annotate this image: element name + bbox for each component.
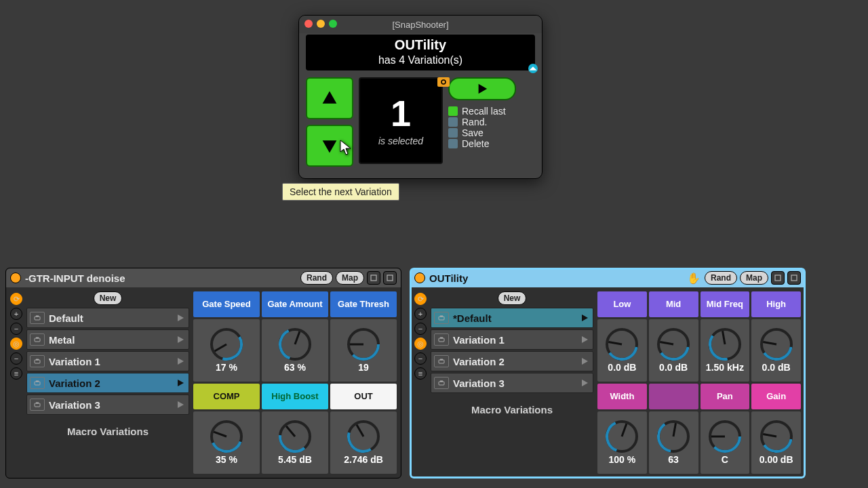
option-row-rand-[interactable]: Rand. (448, 117, 516, 127)
variation-row[interactable]: Variation 1 (26, 351, 189, 371)
recall-variation-icon[interactable] (579, 379, 590, 387)
camera-icon[interactable] (434, 355, 449, 367)
option-row-save[interactable]: Save (448, 127, 516, 138)
prev-variation-button[interactable] (306, 77, 353, 119)
macro-header[interactable]: OUT (330, 384, 397, 409)
option-checkbox[interactable] (448, 106, 458, 116)
window-titlebar[interactable]: [SnapShooter] (299, 16, 542, 33)
window-minimize-icon[interactable] (317, 20, 325, 28)
remove-icon[interactable]: − (10, 323, 22, 335)
camera-icon[interactable] (434, 377, 449, 389)
macro-knob[interactable] (279, 420, 311, 453)
device-activator-icon[interactable] (10, 272, 21, 283)
macro-knob[interactable] (279, 328, 311, 361)
next-variation-button[interactable] (306, 125, 353, 167)
macro-knob[interactable] (709, 328, 741, 361)
add-icon[interactable]: + (414, 308, 427, 320)
hot-swap-icon[interactable]: ◎ (10, 338, 22, 350)
macro-knob[interactable] (210, 420, 243, 453)
macro-header[interactable]: Width (597, 384, 647, 409)
macro-knob[interactable] (760, 328, 793, 361)
macro-knob[interactable] (709, 420, 741, 453)
undo-icon[interactable]: ⟳ (10, 293, 22, 305)
variation-row[interactable]: Variation 1 (431, 329, 593, 350)
camera-icon[interactable] (30, 377, 45, 389)
recall-variation-icon[interactable] (579, 357, 590, 365)
recall-play-button[interactable] (448, 77, 516, 100)
camera-icon[interactable] (434, 312, 449, 324)
remove-icon[interactable]: − (414, 323, 427, 335)
recall-variation-icon[interactable] (175, 357, 186, 365)
variation-row[interactable]: Variation 2 (431, 351, 593, 371)
rand-chip-button[interactable]: Rand (705, 271, 737, 285)
window-zoom-icon[interactable] (329, 20, 337, 28)
camera-icon[interactable] (30, 355, 45, 367)
save-icon[interactable] (787, 271, 801, 285)
option-row-recall-last[interactable]: Recall last (448, 106, 516, 117)
device-titlebar[interactable]: -GTR-INPUT denoiseRandMap (6, 268, 401, 287)
variation-row[interactable]: *Default (431, 308, 593, 328)
macro-knob[interactable] (657, 328, 690, 361)
refresh-icon[interactable] (771, 271, 785, 285)
camera-icon[interactable] (434, 333, 449, 346)
macro-knob[interactable] (760, 420, 793, 453)
macro-knob[interactable] (606, 420, 638, 453)
minus-icon[interactable]: − (10, 352, 22, 365)
option-checkbox[interactable] (448, 139, 458, 148)
macro-knob[interactable] (606, 328, 638, 361)
device-activator-icon[interactable] (414, 272, 425, 283)
window-close-icon[interactable] (304, 20, 313, 28)
macro-header[interactable]: High Boost (262, 384, 328, 409)
macro-header[interactable]: Low (597, 291, 647, 317)
list-icon[interactable]: ≡ (414, 367, 427, 380)
variation-row[interactable]: Default (26, 308, 189, 328)
add-icon[interactable]: + (10, 308, 22, 320)
option-row-delete[interactable]: Delete (448, 138, 516, 149)
macro-knob[interactable] (210, 328, 243, 361)
macro-knob-cell: C (701, 411, 750, 474)
camera-icon[interactable] (30, 312, 45, 324)
recall-variation-icon[interactable] (579, 336, 590, 344)
macro-header[interactable]: Gate Speed (193, 291, 260, 317)
save-icon[interactable] (383, 271, 397, 285)
hot-swap-icon[interactable]: ◎ (414, 338, 427, 350)
option-checkbox[interactable] (448, 128, 458, 138)
recall-variation-icon[interactable] (175, 336, 186, 344)
recall-variation-icon[interactable] (175, 379, 186, 387)
macro-header[interactable]: Mid Freq (701, 291, 750, 317)
refresh-icon[interactable] (367, 271, 380, 285)
minus-icon[interactable]: − (414, 352, 427, 365)
macro-knob[interactable] (657, 420, 690, 453)
map-chip-button[interactable]: Map (336, 271, 364, 285)
variation-row[interactable]: Metal (26, 329, 189, 350)
recall-variation-icon[interactable] (579, 314, 590, 322)
macro-header[interactable]: Gain (751, 384, 801, 409)
camera-icon[interactable] (30, 399, 45, 411)
info-icon[interactable] (528, 64, 538, 73)
macro-header[interactable] (649, 384, 698, 409)
macro-header[interactable]: COMP (193, 384, 260, 409)
option-checkbox[interactable] (448, 117, 458, 127)
variation-row[interactable]: Variation 2 (26, 373, 189, 393)
map-chip-button[interactable]: Map (740, 271, 768, 285)
macro-knob[interactable] (347, 420, 380, 453)
macro-header[interactable]: Gate Thresh (330, 291, 397, 317)
new-variation-button[interactable]: New (94, 291, 123, 305)
macro-header[interactable]: Gate Amount (262, 291, 328, 317)
variation-row[interactable]: Variation 3 (26, 394, 189, 415)
macro-value: 63 (668, 454, 679, 465)
recall-variation-icon[interactable] (175, 314, 186, 322)
camera-icon[interactable] (30, 333, 45, 346)
macro-header[interactable]: Pan (701, 384, 750, 409)
variation-row[interactable]: Variation 3 (431, 373, 593, 393)
device-titlebar[interactable]: OUTility✋RandMap (410, 268, 805, 287)
new-variation-button[interactable]: New (498, 291, 527, 305)
recall-variation-icon[interactable] (175, 401, 186, 409)
lock-badge-icon[interactable] (437, 77, 450, 87)
list-icon[interactable]: ≡ (10, 367, 22, 380)
rand-chip-button[interactable]: Rand (300, 271, 333, 285)
macro-knob[interactable] (347, 328, 380, 361)
macro-header[interactable]: Mid (649, 291, 698, 317)
undo-icon[interactable]: ⟳ (414, 293, 427, 305)
macro-header[interactable]: High (751, 291, 801, 317)
